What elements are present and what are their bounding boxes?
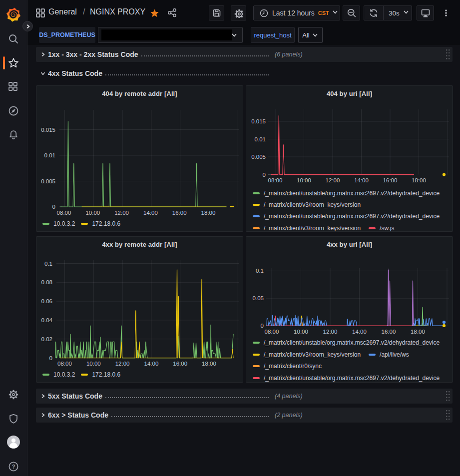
svg-text:08:00: 08:00 [57, 210, 71, 216]
svg-text:0.1: 0.1 [44, 261, 52, 267]
svg-text:14:00: 14:00 [144, 361, 159, 367]
svg-text:10:00: 10:00 [85, 210, 100, 216]
svg-text:0.05: 0.05 [253, 295, 264, 301]
svg-text:10:00: 10:00 [86, 361, 101, 367]
svg-text:08:00: 08:00 [265, 329, 279, 335]
svg-text:16:00: 16:00 [173, 361, 187, 367]
svg-text:18:00: 18:00 [411, 329, 425, 335]
svg-text:0.015: 0.015 [41, 127, 55, 133]
svg-text:12:00: 12:00 [115, 361, 130, 367]
svg-text:0.015: 0.015 [251, 118, 266, 124]
svg-text:16:00: 16:00 [382, 329, 396, 335]
svg-text:0: 0 [263, 172, 266, 178]
svg-text:0.08: 0.08 [41, 279, 52, 285]
svg-text:10:00: 10:00 [294, 329, 308, 335]
svg-text:08:00: 08:00 [57, 361, 72, 367]
svg-text:18:00: 18:00 [201, 210, 216, 216]
svg-text:18:00: 18:00 [412, 177, 426, 183]
svg-text:10:00: 10:00 [297, 177, 311, 183]
svg-text:14:00: 14:00 [143, 210, 158, 216]
svg-text:0.005: 0.005 [41, 178, 55, 184]
svg-text:12:00: 12:00 [326, 177, 340, 183]
svg-text:16:00: 16:00 [383, 177, 398, 183]
svg-text:?: ? [12, 464, 15, 470]
svg-text:0.01: 0.01 [255, 136, 266, 142]
svg-text:0.005: 0.005 [251, 154, 266, 160]
svg-text:0.02: 0.02 [41, 336, 52, 342]
svg-text:12:00: 12:00 [323, 329, 338, 335]
svg-text:0: 0 [261, 323, 264, 329]
svg-text:0.04: 0.04 [41, 317, 53, 323]
svg-text:12:00: 12:00 [114, 210, 129, 216]
svg-text:08:00: 08:00 [268, 177, 283, 183]
svg-text:14:00: 14:00 [354, 177, 369, 183]
svg-text:0: 0 [52, 204, 55, 210]
svg-text:0: 0 [49, 355, 52, 361]
svg-text:0.06: 0.06 [41, 298, 52, 304]
svg-text:18:00: 18:00 [202, 361, 216, 367]
svg-text:14:00: 14:00 [352, 329, 367, 335]
svg-text:16:00: 16:00 [172, 210, 187, 216]
svg-text:0.1: 0.1 [256, 268, 264, 274]
svg-text:0.01: 0.01 [44, 152, 55, 158]
